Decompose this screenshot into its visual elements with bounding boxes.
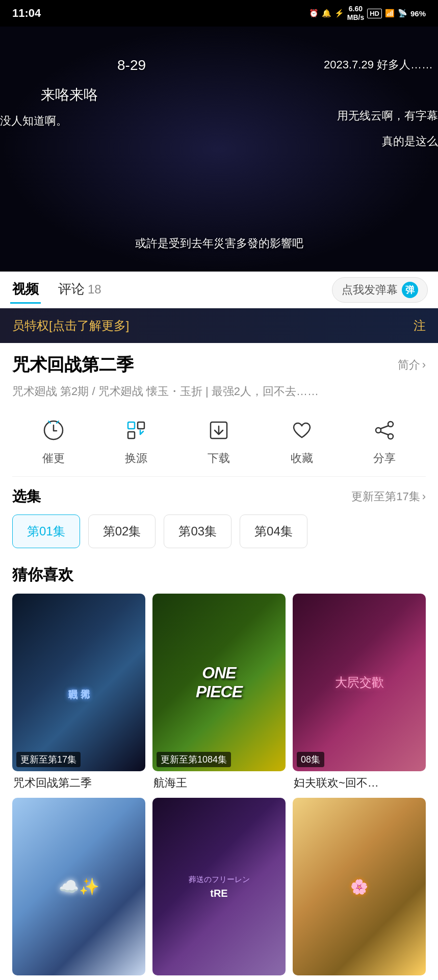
status-icons: ⏰ 🔔 ⚡ 6.60MB/s HD 📶 📡 96% (309, 5, 426, 22)
episode-section-title: 选集 (12, 487, 41, 506)
series-header: 咒术回战第二季 简介 › (12, 353, 426, 377)
mute-icon: 🔔 (322, 9, 331, 18)
badge-onepiece: 更新至第1084集 (157, 752, 231, 767)
collect-label: 收藏 (291, 451, 313, 466)
danmaku-text-6: 真的是这么 (382, 134, 438, 149)
series-title: 咒术回战第二季 (12, 353, 134, 377)
thumb-wife: 大屄交歡 (293, 594, 426, 771)
video-player[interactable]: 8-29 2023.7.29 好多人…… 来咯来咯 没人知道啊。 用无线云啊，有… (0, 27, 438, 272)
recommend-section: 猜你喜欢 咒術廻戦 更新至第17集 咒术回战第二季 (12, 556, 426, 979)
status-time: 11:04 (12, 7, 41, 20)
badge-jujutsu: 更新至第17集 (16, 752, 81, 767)
hd-badge: HD (367, 9, 382, 18)
member-left-text: 员特权[点击了解更多] (12, 317, 129, 334)
member-right-text: 注 (414, 317, 426, 334)
danmaku-text-4: 没人知道啊。 (0, 113, 67, 129)
source-icon (121, 415, 151, 446)
signal-icon: 📡 (398, 9, 407, 18)
episode-btn-02[interactable]: 第02集 (88, 514, 156, 548)
episode-btn-04[interactable]: 第04集 (240, 514, 307, 548)
alarm-icon: ⏰ (309, 9, 319, 18)
name-jujutsu: 咒术回战第二季 (12, 775, 145, 791)
name-wife: 妇夫联欢~回不… (293, 775, 426, 791)
recommend-card-sky[interactable]: ☁️✨ (12, 798, 145, 979)
svg-rect-3 (128, 432, 135, 438)
action-collect[interactable]: 收藏 (287, 415, 317, 466)
action-download[interactable]: 下载 (203, 415, 234, 466)
name-onepiece: 航海王 (152, 775, 286, 791)
thumb-anime3: 🌸 (293, 798, 426, 975)
danmaku-icon: 弹 (402, 282, 418, 298)
series-description: 咒术廻战 第2期 / 咒术廻战 懐玉・玉折 | 最强2人，回不去…… (12, 383, 426, 400)
svg-rect-1 (128, 422, 135, 429)
svg-point-5 (388, 422, 393, 427)
svg-line-8 (380, 426, 389, 429)
recommend-card-wife[interactable]: 大屄交歡 08集 妇夫联欢~回不… (293, 594, 426, 791)
danmaku-text: 8-29 (117, 57, 146, 74)
member-banner[interactable]: 员特权[点击了解更多] 注 (0, 308, 438, 343)
recommend-grid: 咒術廻戦 更新至第17集 咒术回战第二季 ONEPIECE 更新至第1084集 (12, 594, 426, 979)
chevron-right-icon: › (422, 358, 426, 372)
battery-text: 96% (410, 9, 426, 18)
tab-video[interactable]: 视频 (10, 276, 41, 304)
recommend-card-6[interactable]: 🌸 (293, 798, 426, 979)
tab-bar: 视频 评论18 点我发弹幕 弹 (0, 272, 438, 308)
bluetooth-icon: ⚡ (334, 9, 344, 18)
action-urge[interactable]: 催更 (38, 415, 69, 466)
speed-text: 6.60MB/s (347, 5, 364, 22)
recommend-card-onepiece[interactable]: ONEPIECE 更新至第1084集 航海王 (152, 594, 286, 791)
urge-icon (38, 415, 69, 446)
episode-btn-01[interactable]: 第01集 (12, 514, 80, 548)
thumb-frieren: 葬送のフリーレン tRE (152, 798, 286, 975)
recommend-card-jujutsu[interactable]: 咒術廻戦 更新至第17集 咒术回战第二季 (12, 594, 145, 791)
series-intro-button[interactable]: 简介 › (398, 357, 426, 373)
badge-wife: 08集 (297, 752, 324, 767)
action-source[interactable]: 换源 (121, 415, 151, 466)
chevron-right-icon: › (422, 490, 426, 503)
tab-comment[interactable]: 评论18 (56, 276, 104, 304)
thumb-jujutsu: 咒術廻戦 (12, 594, 145, 771)
episode-list: 第01集 第02集 第03集 第04集 (12, 514, 426, 556)
danmaku-text-2: 2023.7.29 好多人…… (324, 57, 433, 72)
wifi-icon: 📶 (385, 9, 395, 18)
episode-btn-03[interactable]: 第03集 (164, 514, 231, 548)
video-subtitle: 或許是受到去年災害多發的影響吧 (0, 236, 438, 251)
danmaku-text-5: 用无线云啊，有字幕 (337, 108, 438, 124)
recommend-title: 猜你喜欢 (12, 565, 426, 585)
thumb-onepiece: ONEPIECE (152, 594, 286, 771)
comment-count: 18 (88, 282, 101, 296)
urge-label: 催更 (42, 451, 65, 466)
svg-line-9 (380, 432, 389, 435)
danmaku-button[interactable]: 点我发弹幕 弹 (332, 277, 428, 303)
main-content: 咒术回战第二季 简介 › 咒术廻战 第2期 / 咒术廻战 懐玉・玉折 | 最强2… (0, 343, 438, 979)
danmaku-label: 点我发弹幕 (342, 282, 398, 298)
episode-section-header: 选集 更新至第17集 › (12, 477, 426, 514)
danmaku-text-3: 来咯来咯 (41, 85, 98, 105)
status-bar: 11:04 ⏰ 🔔 ⚡ 6.60MB/s HD 📶 📡 96% (0, 0, 438, 27)
share-icon (369, 415, 400, 446)
svg-point-6 (388, 434, 393, 439)
svg-rect-2 (138, 422, 144, 429)
source-label: 换源 (125, 451, 147, 466)
collect-icon (287, 415, 317, 446)
share-label: 分享 (373, 451, 396, 466)
svg-point-7 (376, 428, 381, 433)
recommend-card-frieren[interactable]: 葬送のフリーレン tRE (152, 798, 286, 979)
download-label: 下载 (208, 451, 230, 466)
action-row: 催更 换源 下载 (12, 410, 426, 477)
action-share[interactable]: 分享 (369, 415, 400, 466)
episode-more-button[interactable]: 更新至第17集 › (351, 489, 426, 504)
thumb-sky: ☁️✨ (12, 798, 145, 975)
download-icon (203, 415, 234, 446)
